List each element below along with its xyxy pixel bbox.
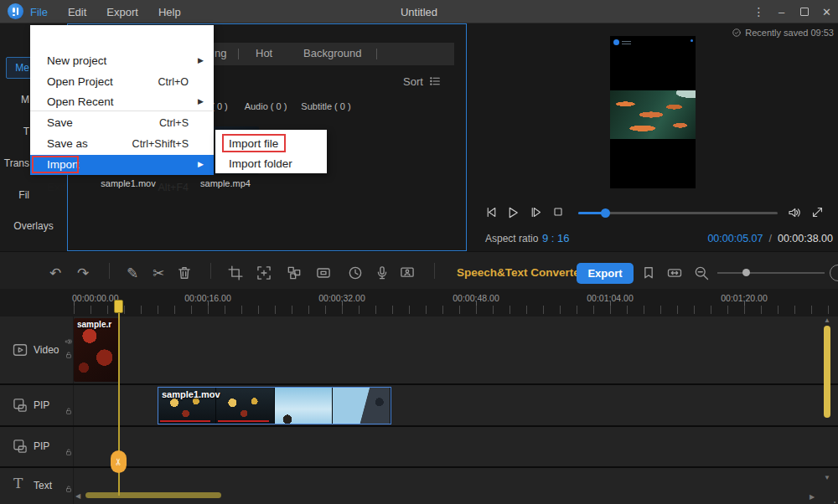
track-label: Text xyxy=(34,480,52,491)
sort-button[interactable]: Sort xyxy=(403,75,442,88)
subtitle-count[interactable]: Subtitle ( 0 ) xyxy=(292,101,360,111)
track-label: Video xyxy=(34,344,59,356)
shortcut: Alt+F4 xyxy=(158,182,189,193)
fit-timeline-icon[interactable] xyxy=(666,265,683,281)
menu-item-new-project[interactable]: New project ▶ xyxy=(30,51,214,71)
sidebar-item-media[interactable]: Me xyxy=(0,62,29,74)
timeline: 00:00:00.00 00:00:16.00 00:00:32.00 00:0… xyxy=(0,289,838,504)
clip-label: sample1.mov xyxy=(162,389,220,399)
voiceover-icon[interactable] xyxy=(374,265,391,281)
zoom-frame-icon[interactable] xyxy=(256,265,272,281)
stop-icon[interactable] xyxy=(551,205,565,219)
file-menu: New project ▶ Open Project Ctrl+O Open R… xyxy=(30,25,214,172)
lock-icon[interactable] xyxy=(65,351,73,359)
vertical-scrollbar[interactable] xyxy=(824,326,830,418)
import-submenu: Import file Import folder xyxy=(215,130,327,173)
marker-icon[interactable] xyxy=(640,265,657,281)
tab-background[interactable]: Background xyxy=(303,47,361,59)
sidebar-item-transitions[interactable]: Trans xyxy=(0,157,29,169)
lock-icon[interactable] xyxy=(65,407,73,415)
toolbar: ↶ ↷ ✎ ✂ Speech&Text Converter Export xyxy=(0,251,838,289)
submenu-item-import-folder[interactable]: Import folder xyxy=(215,154,327,174)
submenu-item-import-file[interactable]: Import file xyxy=(215,134,327,154)
timeline-clip-video[interactable]: sample.r xyxy=(74,318,119,382)
scroll-up-icon[interactable]: ▲ xyxy=(824,316,830,324)
timeline-clip-pip[interactable]: sample1.mov xyxy=(158,387,391,424)
sidebar-item-music[interactable]: M xyxy=(0,94,29,105)
timeline-zoom-thumb[interactable] xyxy=(742,269,750,276)
freeze-frame-icon[interactable] xyxy=(315,265,332,281)
mosaic-icon[interactable] xyxy=(286,265,303,281)
lock-icon[interactable] xyxy=(65,448,73,456)
maximize-button[interactable] xyxy=(793,8,815,16)
timeline-zoom-slider[interactable] xyxy=(717,272,825,274)
export-button[interactable]: Export xyxy=(577,263,634,284)
seek-slider[interactable] xyxy=(578,212,778,214)
pip-track-icon xyxy=(12,438,28,455)
annotation-red-box xyxy=(222,134,286,152)
menu-file[interactable]: File xyxy=(30,6,48,18)
lock-icon[interactable] xyxy=(65,485,73,493)
horizontal-scrollbar[interactable] xyxy=(85,492,221,498)
volume-icon[interactable] xyxy=(787,205,802,220)
menu-item-save-as[interactable]: Save as Ctrl+Shift+S xyxy=(30,134,214,154)
seek-thumb[interactable] xyxy=(601,208,610,218)
menu-item-open-recent[interactable]: Open Recent ▶ xyxy=(30,92,214,112)
playhead-scissors-handle[interactable]: ✂ xyxy=(111,450,127,473)
crop-icon[interactable] xyxy=(227,265,244,281)
video-preview[interactable] xyxy=(610,36,696,188)
watermark xyxy=(613,39,631,45)
minimize-button[interactable]: – xyxy=(770,6,793,18)
scroll-down-icon[interactable]: ▼ xyxy=(824,474,830,481)
menu-help[interactable]: Help xyxy=(158,6,181,18)
resize-grip-icon[interactable]: ⋰ xyxy=(828,494,838,504)
track-video: Video xyxy=(0,316,838,383)
submenu-arrow-icon: ▶ xyxy=(198,160,204,168)
redo-icon[interactable]: ↷ xyxy=(75,265,91,281)
edit-icon[interactable]: ✎ xyxy=(124,265,141,281)
tab-fragment[interactable]: ng xyxy=(215,47,226,59)
undo-icon[interactable]: ↶ xyxy=(47,265,64,281)
submenu-arrow-icon: ▶ xyxy=(198,97,204,105)
menu-item-save[interactable]: Save Ctrl+S xyxy=(30,113,214,133)
app-logo-icon xyxy=(8,3,23,19)
sidebar-item-text[interactable]: T xyxy=(0,126,29,137)
video-track-icon xyxy=(12,342,28,358)
current-time: 00:00:05.07 xyxy=(707,233,763,244)
zoom-out-icon[interactable] xyxy=(693,265,710,281)
play-icon[interactable] xyxy=(505,205,520,220)
tab-hot[interactable]: Hot xyxy=(256,47,272,59)
ruler-ticks[interactable] xyxy=(74,306,838,314)
duration-icon[interactable] xyxy=(347,265,364,281)
aspect-ratio-value[interactable]: 9 : 16 xyxy=(542,232,570,244)
menu-separator xyxy=(30,111,214,111)
close-button[interactable]: ✕ xyxy=(815,6,838,18)
scroll-right-icon[interactable]: ▶ xyxy=(810,493,815,501)
delete-icon[interactable] xyxy=(176,265,193,281)
total-time: 00:00:38.00 xyxy=(778,233,833,244)
speech-text-converter-button[interactable]: Speech&Text Converter xyxy=(457,266,584,279)
playhead-marker[interactable] xyxy=(114,300,123,313)
record-screen-icon[interactable] xyxy=(399,265,416,281)
next-frame-icon[interactable] xyxy=(529,205,543,219)
pip-track-icon xyxy=(12,397,28,414)
fullscreen-icon[interactable] xyxy=(810,205,825,219)
audio-count[interactable]: Audio ( 0 ) xyxy=(232,101,299,111)
scroll-left-icon[interactable]: ◀ xyxy=(75,492,80,500)
menubar: File Edit Export Help xyxy=(30,0,181,23)
menu-item-exit[interactable]: Exit Alt+F4 xyxy=(30,177,214,198)
menu-item-open-project[interactable]: Open Project Ctrl+O xyxy=(30,72,214,92)
preview-info: Aspect ratio 9 : 16 00:00:05.07 / 00:00:… xyxy=(467,231,838,246)
tab-separator xyxy=(238,49,239,59)
menu-item-import[interactable]: Import ▶ xyxy=(30,155,214,175)
more-options-icon[interactable]: ⋮ xyxy=(747,5,770,18)
previous-frame-icon[interactable] xyxy=(484,205,499,219)
cut-icon[interactable]: ✂ xyxy=(150,265,167,281)
mute-icon[interactable] xyxy=(65,337,73,346)
menu-export[interactable]: Export xyxy=(106,6,138,18)
zoom-in-icon[interactable] xyxy=(830,265,838,281)
tab-separator xyxy=(376,49,377,59)
sidebar-item-overlays[interactable]: Overlays xyxy=(0,220,67,232)
sidebar-item-filters[interactable]: Fil xyxy=(0,189,29,201)
menu-edit[interactable]: Edit xyxy=(68,6,86,18)
